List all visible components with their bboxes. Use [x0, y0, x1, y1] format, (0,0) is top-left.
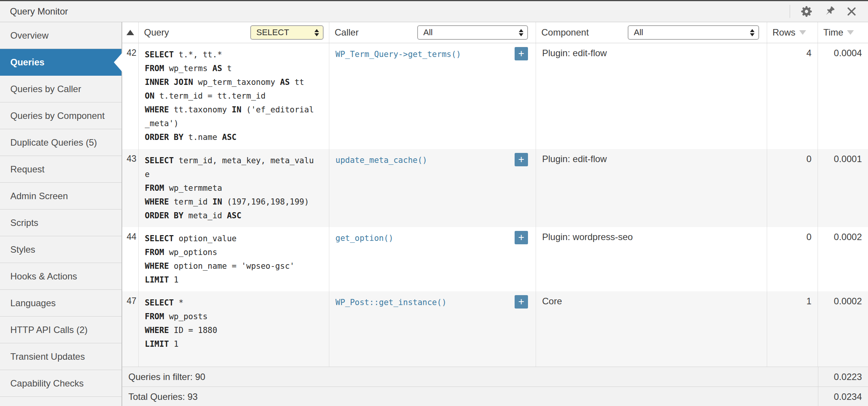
- titlebar-actions: [790, 1, 868, 22]
- sidebar-item-label: Hooks & Actions: [10, 271, 77, 282]
- query-component-cell: Plugin: edit-flow: [536, 43, 767, 149]
- expand-caller-button[interactable]: +: [515, 295, 528, 309]
- sql-text: SELECT option_value FROM wp_options WHER…: [145, 232, 323, 287]
- expand-caller-button[interactable]: +: [515, 231, 528, 244]
- titlebar-divider: [790, 5, 790, 18]
- sidebar-item-transient-updates[interactable]: Transient Updates: [0, 343, 121, 370]
- close-button[interactable]: [846, 6, 857, 17]
- query-rows-cell: 0: [767, 149, 818, 227]
- component-filter-select[interactable]: All: [628, 25, 759, 40]
- time-column-label: Time: [823, 27, 843, 38]
- query-time-cell: 0.0004: [818, 43, 868, 149]
- pin-button[interactable]: [823, 5, 836, 18]
- sidebar-item-label: Overview: [10, 30, 49, 41]
- sort-desc-icon: [847, 30, 854, 35]
- caller-link[interactable]: update_meta_cache(): [335, 156, 427, 165]
- sort-order-header[interactable]: [122, 22, 139, 43]
- sidebar-item-http-api-calls-2[interactable]: HTTP API Calls (2): [0, 317, 121, 343]
- footer-time: 0.0223: [818, 367, 868, 387]
- rows-column-label: Rows: [772, 27, 795, 38]
- sidebar-item-label: Queries by Caller: [10, 84, 81, 94]
- footer-row: Queries in filter: 90 0.0223: [122, 367, 868, 387]
- gear-icon: [800, 5, 813, 18]
- query-table-row: 42 SELECT t.*, tt.* FROM wp_terms AS t I…: [122, 43, 868, 149]
- caller-column-label: Caller: [335, 27, 359, 38]
- query-time-cell: 0.0002: [818, 227, 868, 291]
- query-component-cell: Core: [536, 291, 767, 367]
- query-table-row: 44 SELECT option_value FROM wp_options W…: [122, 227, 868, 291]
- rows-column-header[interactable]: Rows: [767, 22, 818, 43]
- expand-caller-button[interactable]: +: [515, 153, 528, 166]
- query-type-filter-select[interactable]: SELECT: [250, 25, 324, 40]
- sidebar-item-overview[interactable]: Overview: [0, 22, 121, 49]
- component-filter-value: All: [634, 28, 643, 37]
- query-number-cell: 43: [122, 149, 139, 227]
- query-time-cell: 0.0001: [818, 149, 868, 227]
- component-column-header: Component All: [536, 22, 767, 43]
- sidebar-item-label: Scripts: [10, 218, 38, 228]
- query-number-cell: 47: [122, 291, 139, 367]
- select-arrows-icon: [750, 29, 755, 36]
- select-arrows-icon: [519, 29, 523, 36]
- sidebar-item-label: Admin Screen: [10, 191, 68, 201]
- query-column-header: Query SELECT: [139, 22, 329, 43]
- caller-filter-select[interactable]: All: [417, 25, 528, 40]
- select-arrows-icon: [314, 29, 319, 36]
- query-number-cell: 42: [122, 43, 139, 149]
- settings-button[interactable]: [800, 5, 813, 18]
- caller-link[interactable]: WP_Term_Query->get_terms(): [335, 50, 461, 59]
- query-sql-cell: SELECT t.*, tt.* FROM wp_terms AS t INNE…: [139, 43, 329, 149]
- query-table-row: 43 SELECT term_id, meta_key, meta_valu e…: [122, 149, 868, 227]
- sidebar-item-duplicate-queries-5[interactable]: Duplicate Queries (5): [0, 129, 121, 156]
- sidebar-item-languages[interactable]: Languages: [0, 290, 121, 317]
- footer-label: Total Queries: 93: [122, 391, 818, 402]
- sidebar-item-styles[interactable]: Styles: [0, 236, 121, 263]
- query-caller-cell: update_meta_cache() +: [329, 149, 536, 227]
- component-column-label: Component: [541, 27, 589, 38]
- time-column-header[interactable]: Time: [818, 22, 868, 43]
- sidebar-item-admin-screen[interactable]: Admin Screen: [0, 183, 121, 209]
- sidebar-menu: Overview Queries Queries by Caller Queri…: [0, 22, 122, 406]
- query-number-cell: 44: [122, 227, 139, 291]
- sidebar-item-queries[interactable]: Queries: [0, 49, 121, 76]
- sidebar-item-queries-by-caller[interactable]: Queries by Caller: [0, 76, 121, 102]
- sidebar-item-label: Request: [10, 164, 44, 175]
- query-table-body: 42 SELECT t.*, tt.* FROM wp_terms AS t I…: [122, 43, 868, 367]
- table-header: Query SELECT Caller All Component: [122, 22, 868, 43]
- sidebar-item-label: Capability Checks: [10, 378, 84, 389]
- titlebar: Query Monitor: [0, 1, 868, 22]
- pin-icon: [823, 5, 836, 18]
- expand-caller-button[interactable]: +: [515, 47, 528, 60]
- caller-link[interactable]: WP_Post::get_instance(): [335, 298, 447, 307]
- sql-text: SELECT term_id, meta_key, meta_valu e FR…: [145, 154, 323, 222]
- queries-panel: Query SELECT Caller All Component: [122, 22, 868, 406]
- sidebar-item-label: Queries by Component: [10, 110, 105, 121]
- query-rows-cell: 1: [767, 291, 818, 367]
- sidebar-item-label: Duplicate Queries (5): [10, 137, 97, 148]
- query-column-label: Query: [144, 27, 169, 38]
- sidebar-item-hooks-actions[interactable]: Hooks & Actions: [0, 263, 121, 290]
- footer-label: Queries in filter: 90: [122, 372, 818, 382]
- sidebar-item-label: Transient Updates: [10, 351, 85, 362]
- sidebar-item-capability-checks[interactable]: Capability Checks: [0, 370, 121, 397]
- close-icon: [846, 6, 857, 17]
- sidebar-item-label: Queries: [10, 57, 44, 68]
- caller-filter-value: All: [423, 28, 432, 37]
- table-footer: Queries in filter: 90 0.0223 Total Queri…: [122, 367, 868, 406]
- query-rows-cell: 0: [767, 227, 818, 291]
- sql-text: SELECT * FROM wp_posts WHERE ID = 1880 L…: [145, 296, 323, 351]
- query-sql-cell: SELECT term_id, meta_key, meta_valu e FR…: [139, 149, 329, 227]
- query-caller-cell: WP_Term_Query->get_terms() +: [329, 43, 536, 149]
- query-type-filter-value: SELECT: [256, 28, 289, 37]
- sidebar-item-scripts[interactable]: Scripts: [0, 209, 121, 236]
- query-rows-cell: 4: [767, 43, 818, 149]
- query-sql-cell: SELECT option_value FROM wp_options WHER…: [139, 227, 329, 291]
- query-component-cell: Plugin: wordpress-seo: [536, 227, 767, 291]
- sidebar-item-queries-by-component[interactable]: Queries by Component: [0, 102, 121, 129]
- query-time-cell: 0.0002: [818, 291, 868, 367]
- query-monitor-panel: Query Monitor: [0, 0, 868, 406]
- sort-desc-icon: [799, 30, 806, 35]
- sidebar-item-label: HTTP API Calls (2): [10, 325, 87, 335]
- sidebar-item-request[interactable]: Request: [0, 156, 121, 183]
- caller-link[interactable]: get_option(): [335, 234, 394, 243]
